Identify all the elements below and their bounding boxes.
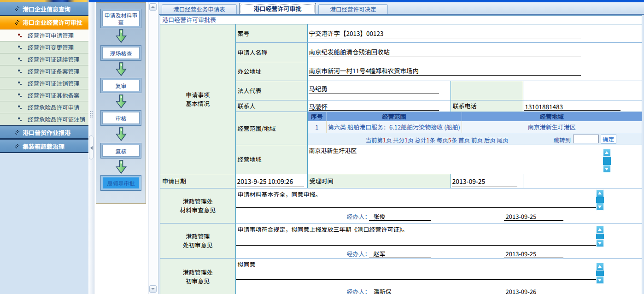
pagination-text: 页 共分 (386, 135, 404, 144)
field-value-case-no-cell: 宁交港许字【2013】00123 (307, 24, 642, 42)
scope-table-cell: 序号 经营范围 经营地域 1 第六类 船舶港口服务：6.12船舶污染物接收 (船… (307, 112, 642, 145)
chevron-up-icon (151, 6, 155, 8)
sidebar-subitem-license-apply[interactable]: 经营许可申请管理 (0, 29, 88, 41)
tab-port-business-application-form[interactable]: 港口经营业务申请表 (162, 4, 237, 14)
flow-arrow-down-icon (116, 127, 127, 141)
empty-white-cell (523, 174, 642, 188)
opinion-scrollbar[interactable] (596, 189, 604, 211)
main-content-frame: 港口经营业务申请表 港口经营许可审批 港口经营许可决定 港口经营许可审批表 申请… (159, 2, 644, 294)
menu-dots-icon (14, 144, 19, 149)
flow-step-site-verification[interactable]: 现场核查 (100, 45, 141, 61)
scroll-down-button[interactable] (603, 165, 611, 173)
business-region-textarea-cell[interactable]: 南京港新生圩港区 (307, 145, 642, 174)
jump-page-input[interactable] (573, 135, 599, 143)
scroll-up-button[interactable] (603, 149, 611, 157)
opinion-content-cell: 申请材料基本齐全，同意申报。 经办人： 张俊 2013-09-25 (235, 188, 642, 223)
opinion-textarea[interactable]: 申请事项符合规定，拟同意上报发放三年期《港口经营许可证》。 (238, 225, 409, 234)
operator-name: 潘新保 (369, 287, 431, 294)
scope-row-scope: 第六类 船舶港口服务：6.12船舶污染物接收 (船舶) (327, 121, 462, 133)
flow-step-re-examination[interactable]: 复审 (100, 78, 141, 93)
jump-confirm-button[interactable]: 确定 (601, 134, 616, 144)
contact-input[interactable]: 马蔆怀 (309, 102, 328, 111)
pagination-link[interactable]: 尾页 (497, 135, 509, 144)
scope-table-row[interactable]: 1 第六类 船舶港口服务：6.12船舶污染物接收 (船舶) 南京港新生圩港区 (308, 121, 642, 133)
sidebar-item-port-enterprise-info[interactable]: 港口企业信息查询 (0, 2, 88, 16)
flow-step-re-check[interactable]: 复核 (100, 143, 141, 159)
sidebar-subitem-label: 经营危险品许可申请 (28, 101, 80, 113)
submenu-squares-icon (18, 70, 22, 73)
menu-dots-icon (14, 130, 19, 135)
scroll-up-button[interactable] (149, 3, 157, 11)
business-region-scrollbar[interactable] (603, 149, 611, 173)
triangle-down-icon (605, 168, 609, 171)
scope-table: 序号 经营范围 经营地域 1 第六类 船舶港口服务：6.12船舶污染物接收 (船… (308, 112, 642, 145)
sidebar-subitem-label: 经营许可证备案管理 (28, 65, 80, 77)
flow-step-bureau-leader-approval[interactable]: 局领导审批 (100, 175, 141, 191)
input-underline (237, 187, 304, 187)
tab-label: 港口经营许可决定 (330, 5, 376, 13)
case-no-input[interactable]: 宁交港许字【2013】00123 (309, 29, 384, 38)
scroll-up-button[interactable] (596, 226, 604, 234)
opinion-scrollbar[interactable] (596, 226, 604, 247)
flow-step-audit[interactable]: 审核 (100, 110, 141, 126)
pagination-cell: 当前第1页 共分1页 总计1条 每页5条 首页 前页 后页 尾页 跳转到 确定 (308, 133, 642, 145)
scope-header-scope: 经营范围 (327, 112, 462, 121)
legal-rep-input[interactable]: 马纪勇 (309, 84, 328, 93)
sidebar-subitem-dangerous-cancel[interactable]: 经营危险品许可证注销 (0, 113, 88, 125)
sidebar-item-general-cargo[interactable]: 港口普货作业报港 (0, 125, 88, 139)
pagination-link[interactable]: 首页 (458, 135, 470, 144)
opinion-label-line: 处初审意见 (160, 241, 235, 249)
sidebar-subitem-dangerous-apply[interactable]: 经营危险品许可申请 (0, 101, 88, 113)
sidebar-subitem-license-other-record[interactable]: 经营许可证其他备案 (0, 89, 88, 101)
sidebar-splitter[interactable] (88, 2, 94, 294)
flow-step-application-material-review[interactable]: 申请及材料审查 (100, 9, 141, 28)
sidebar-subitem-license-change[interactable]: 经营许可变更管理 (0, 41, 88, 53)
sidebar-subitem-label: 经营许可证其他备案 (28, 89, 80, 101)
sidebar-subitem-license-cancel[interactable]: 经营许可证注销管理 (0, 77, 88, 89)
sidebar-subitem-license-renew[interactable]: 经营许可证延续管理 (0, 53, 88, 65)
scroll-down-button[interactable] (596, 203, 604, 211)
form-row-material-review-opinion: 港政管理处 材料审查意见 申请材料基本齐全，同意申报。 经办人： 张俊 2013… (160, 188, 642, 223)
office-address-input[interactable]: 南京市新河一村11号4幢郑和农贸市场内 (309, 66, 419, 75)
opinion-underline (236, 207, 603, 208)
pagination-link[interactable]: 前页 (471, 135, 483, 144)
pagination-nav: 当前第1页 共分1页 总计1条 每页5条 首页 前页 后页 尾页 (366, 135, 509, 144)
menu-dots-icon (14, 20, 19, 25)
sidebar-item-port-license-approval[interactable]: 港口企业经营许可审批 (0, 16, 88, 29)
application-window: 港口企业信息查询 港口企业经营许可审批 经营许可申请管理 经营许可变更管理 经营… (0, 0, 644, 294)
opinion-label-line: 初审意见 (160, 276, 235, 285)
opinion-textarea[interactable]: 申请材料基本齐全，同意申报。 (238, 190, 322, 199)
opinion-date: 2013-09-25 (504, 249, 563, 258)
opinion-textarea[interactable]: 拟同意 (238, 260, 256, 269)
sidebar-subitem-license-record[interactable]: 经营许可证备案管理 (0, 65, 88, 77)
empty-green-cell (451, 81, 523, 100)
sidebar-item-label: 港口企业经营许可审批 (23, 16, 82, 29)
applicant-input[interactable]: 南京纪发船舶清仓残油回收站 (309, 47, 390, 56)
contact-phone-input[interactable]: 13101881483 (525, 102, 563, 111)
field-label-contact: 联系人 (235, 100, 307, 112)
scroll-down-button[interactable] (596, 239, 604, 247)
apply-date-input[interactable]: 2013-9-25 10:09:26 (237, 176, 293, 186)
pagination-link[interactable]: 后页 (484, 135, 496, 144)
scroll-up-button[interactable] (596, 263, 604, 270)
tab-strip-underline (159, 14, 644, 15)
flow-arrow-down-icon (116, 94, 127, 108)
opinion-label-cell: 港政管理处 材料审查意见 (160, 188, 235, 223)
triangle-up-icon (598, 192, 602, 194)
scroll-down-button[interactable] (596, 276, 604, 284)
workflow-scrollbar[interactable] (148, 2, 157, 294)
scroll-up-button[interactable] (596, 189, 604, 197)
submenu-squares-icon (18, 94, 22, 97)
tab-port-license-approval[interactable]: 港口经营许可审批 (239, 3, 316, 14)
sidebar-item-label: 港口企业信息查询 (23, 2, 70, 16)
scroll-down-button[interactable] (149, 285, 157, 293)
sidebar-item-container-overload[interactable]: 集装箱超载治理 (0, 139, 88, 153)
sidebar-submenu: 经营许可申请管理 经营许可变更管理 经营许可证延续管理 经营许可证备案管理 经营… (0, 29, 88, 125)
opinion-scrollbar[interactable] (596, 263, 604, 284)
tab-port-license-decision[interactable]: 港口经营许可决定 (318, 4, 388, 14)
accept-time-input[interactable]: 2013-09-25 (452, 176, 486, 186)
opinion-label-line: 港政管理处 (160, 197, 235, 206)
splitter-collapse-handle[interactable] (89, 135, 94, 159)
sidebar-subitem-label: 经营许可申请管理 (28, 29, 74, 41)
opinion-label-cell: 港政管理 处初审意见 (160, 223, 235, 258)
